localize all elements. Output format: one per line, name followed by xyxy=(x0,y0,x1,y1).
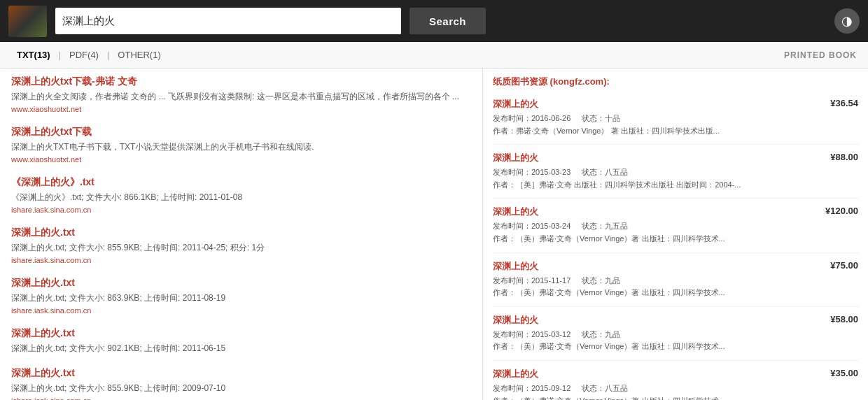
book-author: 作者：（美）弗诺·文奇（Vernor Vinge）著 出版社：四川科学技术... xyxy=(493,233,858,245)
book-date: 发布时间：2015-03-12 xyxy=(493,329,570,341)
book-entry-top: 深渊上的火 ¥58.00 xyxy=(493,314,858,327)
result-desc: 深渊上的火.txt; 文件大小: 863.9KB; 上传时间: 2011-08-… xyxy=(11,292,471,304)
book-title[interactable]: 深渊上的火 xyxy=(493,152,538,164)
result-desc: 《深渊上的火》.txt; 文件大小: 866.1KB; 上传时间: 2011-0… xyxy=(11,191,471,203)
result-url[interactable]: ishare.iask.sina.com.cn xyxy=(11,397,471,400)
result-desc: 深渊上的火.txt; 文件大小: 855.9KB; 上传时间: 2011-04-… xyxy=(11,241,471,254)
book-entry: 深渊上的火 ¥58.00 发布时间：2015-03-12 状态：九品 作者：（美… xyxy=(493,314,858,361)
tabs-bar: TXT(13) | PDF(4) | OTHER(1) PRINTED BOOK xyxy=(0,42,868,69)
list-item: 深渊上的火.txt 深渊上的火.txt; 文件大小: 855.9KB; 上传时间… xyxy=(11,227,471,264)
book-entry-top: 深渊上的火 ¥36.54 xyxy=(493,98,858,110)
result-url[interactable]: ishare.iask.sina.com.cn xyxy=(11,206,471,214)
result-desc: 深渊上的火.txt; 文件大小: 855.9KB; 上传时间: 2009-07-… xyxy=(11,382,471,394)
book-author: 作者：［美］弗诺·文奇 出版社：四川科学技术出版社 出版时间：2004-... xyxy=(493,179,858,192)
book-date: 发布时间：2015-03-23 xyxy=(493,166,570,179)
book-entry: 深渊上的火 ¥36.54 发布时间：2016-06-26 状态：十品 作者：弗诺… xyxy=(493,98,858,145)
book-status: 状态：九品 xyxy=(582,275,620,287)
sep1: | xyxy=(56,50,64,60)
book-price: ¥88.00 xyxy=(830,152,858,162)
book-entry-top: 深渊上的火 ¥75.00 xyxy=(493,260,858,273)
book-entry-top: 深渊上的火 ¥88.00 xyxy=(493,152,858,164)
book-entry: 深渊上的火 ¥35.00 发布时间：2015-09-12 状态：八五品 作者：（… xyxy=(493,368,858,400)
book-meta: 发布时间：2015-03-12 状态：九品 作者：（美）弗诺·文奇（Vernor… xyxy=(493,329,858,353)
book-meta: 发布时间：2015-09-12 状态：八五品 作者：（美）弗诺·文奇（Verno… xyxy=(493,383,858,400)
result-title[interactable]: 深渊上的火.txt xyxy=(11,277,471,290)
tab-other[interactable]: OTHER(1) xyxy=(112,48,166,62)
result-url[interactable]: www.xiaoshuotxt.net xyxy=(11,105,471,113)
sep2: | xyxy=(104,50,112,60)
book-price: ¥58.00 xyxy=(830,314,858,324)
book-entry-top: 深渊上的火 ¥120.00 xyxy=(493,206,858,218)
book-title[interactable]: 深渊上的火 xyxy=(493,206,538,218)
tab-pdf[interactable]: PDF(4) xyxy=(64,48,104,62)
list-item: 深渊上的火.txt 深渊上的火.txt; 文件大小: 855.9KB; 上传时间… xyxy=(11,367,471,400)
tabs-left: TXT(13) | PDF(4) | OTHER(1) xyxy=(11,48,167,62)
result-title[interactable]: 深渊上的火txt下载 xyxy=(11,126,471,138)
result-title[interactable]: 深渊上的火.txt xyxy=(11,327,471,340)
result-desc: 深渊上的火.txt; 文件大小: 902.1KB; 上传时间: 2011-06-… xyxy=(11,342,471,355)
result-title[interactable]: 深渊上的火.txt xyxy=(11,367,471,380)
book-title[interactable]: 深渊上的火 xyxy=(493,368,538,380)
main-content: 深渊上的火txt下载-弗诺 文奇 深渊上的火全文阅读，作者弗诺 文奇的 ... … xyxy=(0,69,868,400)
book-author: 作者：（美）弗诺·文奇（Vernor Vinge）著 出版社：四川科学技术... xyxy=(493,341,858,353)
result-desc: 深渊上的火TXT电子书下载，TXT小说天堂提供深渊上的火手机电子书和在线阅读. xyxy=(11,141,471,153)
book-title[interactable]: 深渊上的火 xyxy=(493,260,538,273)
book-status: 状态：九品 xyxy=(582,329,620,341)
book-date: 发布时间：2015-09-12 xyxy=(493,383,570,395)
book-date: 发布时间：2015-03-24 xyxy=(493,220,570,233)
book-price: ¥75.00 xyxy=(830,260,858,271)
book-date: 发布时间：2016-06-26 xyxy=(493,113,570,125)
book-status: 状态：八五品 xyxy=(582,166,628,179)
result-desc: 深渊上的火全文阅读，作者弗诺 文奇的 ... 飞跃界则没有这类限制: 这一界区是… xyxy=(11,90,471,103)
book-author: 作者：弗诺·文奇（Vernor Vinge） 著 出版社：四川科学技术出版... xyxy=(493,125,858,138)
search-input[interactable] xyxy=(55,8,401,34)
theme-icon: ◑ xyxy=(841,13,853,29)
book-title[interactable]: 深渊上的火 xyxy=(493,98,538,110)
list-item: 《深渊上的火》.txt 《深渊上的火》.txt; 文件大小: 866.1KB; … xyxy=(11,176,471,214)
result-title[interactable]: 深渊上的火txt下载-弗诺 文奇 xyxy=(11,76,471,88)
result-url[interactable]: ishare.iask.sina.com.cn xyxy=(11,306,471,315)
book-meta: 发布时间：2015-03-24 状态：九五品 作者：（美）弗诺·文奇（Verno… xyxy=(493,220,858,245)
list-item: 深渊上的火txt下载 深渊上的火TXT电子书下载，TXT小说天堂提供深渊上的火手… xyxy=(11,126,471,164)
book-price: ¥120.00 xyxy=(825,206,858,216)
book-status: 状态：八五品 xyxy=(582,383,628,395)
book-entry: 深渊上的火 ¥88.00 发布时间：2015-03-23 状态：八五品 作者：［… xyxy=(493,152,858,199)
book-meta: 发布时间：2015-03-23 状态：八五品 作者：［美］弗诺·文奇 出版社：四… xyxy=(493,166,858,191)
theme-toggle-button[interactable]: ◑ xyxy=(834,8,860,34)
list-item: 深渊上的火.txt 深渊上的火.txt; 文件大小: 863.9KB; 上传时间… xyxy=(11,277,471,315)
sidebar-header: 纸质图书资源 (kongfz.com): xyxy=(493,76,858,91)
book-status: 状态：十品 xyxy=(582,113,620,125)
book-meta: 发布时间：2016-06-26 状态：十品 作者：弗诺·文奇（Vernor Vi… xyxy=(493,113,858,137)
tab-txt[interactable]: TXT(13) xyxy=(11,48,56,62)
book-author: 作者：（美）弗诺·文奇（Vernor Vinge）著 出版社：四川科学技术... xyxy=(493,287,858,299)
result-url[interactable]: ishare.iask.sina.com.cn xyxy=(11,256,471,264)
result-url[interactable]: www.xiaoshuotxt.net xyxy=(11,155,471,164)
book-meta: 发布时间：2015-11-17 状态：九品 作者：（美）弗诺·文奇（Vernor… xyxy=(493,275,858,299)
book-price: ¥36.54 xyxy=(830,98,858,108)
book-entry: 深渊上的火 ¥75.00 发布时间：2015-11-17 状态：九品 作者：（美… xyxy=(493,260,858,307)
result-title[interactable]: 《深渊上的火》.txt xyxy=(11,176,471,189)
printed-book-label: PRINTED BOOK xyxy=(784,50,857,60)
result-title[interactable]: 深渊上的火.txt xyxy=(11,227,471,239)
book-price: ¥35.00 xyxy=(830,368,858,378)
book-title[interactable]: 深渊上的火 xyxy=(493,314,538,327)
book-author: 作者：（美）弗诺·文奇（Vernor Vinge）著 出版社：四川科学技术... xyxy=(493,395,858,400)
search-button[interactable]: Search xyxy=(410,8,486,34)
list-item: 深渊上的火txt下载-弗诺 文奇 深渊上的火全文阅读，作者弗诺 文奇的 ... … xyxy=(11,76,471,113)
book-date: 发布时间：2015-11-17 xyxy=(493,275,570,287)
book-status: 状态：九五品 xyxy=(582,220,628,233)
header: Search ◑ xyxy=(0,0,868,42)
book-entry-top: 深渊上的火 ¥35.00 xyxy=(493,368,858,380)
sidebar-panel: 纸质图书资源 (kongfz.com): 深渊上的火 ¥36.54 发布时间：2… xyxy=(483,69,868,400)
book-entry: 深渊上的火 ¥120.00 发布时间：2015-03-24 状态：九五品 作者：… xyxy=(493,206,858,252)
logo xyxy=(8,6,47,37)
results-panel: 深渊上的火txt下载-弗诺 文奇 深渊上的火全文阅读，作者弗诺 文奇的 ... … xyxy=(0,69,483,400)
list-item: 深渊上的火.txt 深渊上的火.txt; 文件大小: 902.1KB; 上传时间… xyxy=(11,327,471,355)
